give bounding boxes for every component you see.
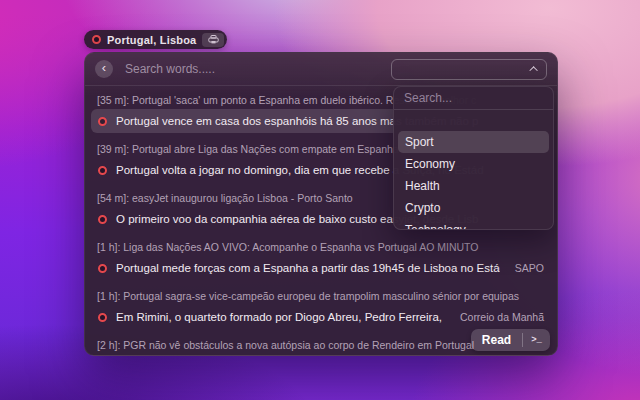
unread-ring-icon	[98, 313, 107, 322]
article-text: Em Rimini, o quarteto formado por Diogo …	[116, 311, 445, 323]
unread-ring-icon	[98, 215, 107, 224]
read-split-button: Read >_	[471, 329, 550, 351]
article-source: SAPO	[509, 262, 544, 274]
headline-text: [2 h]: PGR não vê obstáculos a nova autó…	[97, 339, 474, 351]
news-headline[interactable]: [1 h]: Liga das Nações AO VIVO: Acompanh…	[97, 240, 545, 254]
unread-ring-icon	[98, 166, 107, 175]
category-combobox[interactable]	[391, 59, 547, 80]
headline-text: [39 m]: Portugal abre Liga das Nações co…	[97, 143, 399, 155]
read-button[interactable]: Read	[471, 333, 522, 347]
chevron-up-icon	[529, 66, 537, 74]
category-dropdown-panel: Search... Sport Economy Health Crypto Te…	[393, 86, 554, 230]
dropdown-option-health[interactable]: Health	[398, 175, 549, 197]
news-article[interactable]: Portugal mede forças com a Espanha a par…	[91, 256, 551, 280]
news-reader-window: ‹ Search words..... [35 m]: Portugal 'sa…	[84, 52, 558, 356]
news-article[interactable]: Em Rimini, o quarteto formado por Diogo …	[91, 305, 551, 329]
back-button[interactable]: ‹	[95, 60, 113, 78]
terminal-icon[interactable]: >_	[523, 335, 550, 345]
printer-button[interactable]	[202, 33, 224, 47]
unread-ring-icon	[98, 264, 107, 273]
location-pill[interactable]: Portugal, Lisboa	[84, 30, 227, 49]
headline-text: [54 m]: easyJet inaugurou ligação Lisboa…	[97, 192, 353, 204]
article-text: Portugal mede forças com a Espanha a par…	[116, 262, 500, 274]
printer-icon	[208, 35, 219, 44]
dropdown-option-sport[interactable]: Sport	[398, 131, 549, 153]
article-source: Correio da Manhã	[454, 311, 544, 323]
dropdown-option-crypto[interactable]: Crypto	[398, 197, 549, 219]
headline-text: [1 h]: Portugal sagra-se vice-campeão eu…	[97, 290, 519, 302]
dropdown-empty-option[interactable]	[394, 110, 553, 131]
location-label: Portugal, Lisboa	[107, 34, 196, 46]
headline-text: [1 h]: Liga das Nações AO VIVO: Acompanh…	[97, 241, 479, 253]
dropdown-search-input[interactable]: Search...	[394, 87, 553, 110]
dropdown-option-economy[interactable]: Economy	[398, 153, 549, 175]
dropdown-option-technology[interactable]: Technology	[398, 219, 549, 230]
search-input[interactable]: Search words.....	[125, 62, 391, 76]
unread-ring-icon	[98, 117, 107, 126]
news-headline[interactable]: [1 h]: Portugal sagra-se vice-campeão eu…	[97, 289, 545, 303]
record-ring-icon	[92, 35, 101, 44]
window-header: ‹ Search words.....	[85, 53, 557, 86]
